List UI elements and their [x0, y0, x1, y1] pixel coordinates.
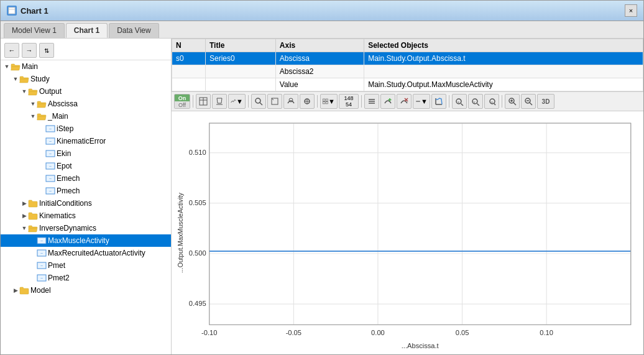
cell-axis-2: Value: [275, 78, 364, 91]
del-curve-button[interactable]: [397, 94, 412, 109]
svg-text:~: ~: [49, 189, 52, 193]
tree-item-kinematic-error[interactable]: ~KinematicError: [1, 135, 171, 147]
tree-label-pmet: Pmet: [48, 261, 65, 270]
tree-back-button[interactable]: ←: [4, 43, 19, 58]
lines-button[interactable]: [364, 94, 379, 109]
tree-icon-pmet: ~: [37, 260, 47, 270]
sep2: [248, 95, 249, 108]
table-row-1[interactable]: Abscissa2: [172, 65, 643, 78]
svg-text:y: y: [491, 100, 493, 104]
tab-chart1[interactable]: Chart 1: [66, 23, 108, 38]
tree-item-ekin[interactable]: ~Ekin: [1, 147, 171, 160]
title-bar: Chart 1 ×: [1, 1, 643, 21]
tree-toggle-initial-conditions[interactable]: ▶: [21, 200, 28, 207]
zoom-out-button[interactable]: [521, 94, 536, 109]
tree-item-output[interactable]: ▼Output: [1, 85, 171, 98]
tree-toggle-pmet2[interactable]: [29, 274, 37, 282]
x-tick-2: 0.00: [371, 330, 385, 337]
tree-item-max-recruited[interactable]: ~MaxRecruitedActuatorActivity: [1, 247, 171, 259]
tree-item-pmet2[interactable]: ~Pmet2: [1, 272, 171, 284]
tab-data-view[interactable]: Data View: [109, 23, 159, 38]
add-curve-button[interactable]: [380, 94, 395, 109]
chart-type-button[interactable]: ▼: [228, 94, 246, 109]
svg-point-32: [255, 98, 260, 103]
table-row-0[interactable]: s0Series0AbscissaMain.Study.Output.Absci…: [172, 52, 643, 65]
tree-toggle-kinematic-error[interactable]: [38, 137, 45, 145]
cup-button[interactable]: [212, 94, 227, 109]
tree-item-main[interactable]: ▼Main: [1, 60, 171, 73]
tree-toggle-output[interactable]: ▼: [21, 88, 28, 95]
svg-line-33: [260, 103, 262, 105]
tree-toggle-inverse-dynamics[interactable]: ▼: [21, 224, 28, 232]
tree-item-inverse-dynamics[interactable]: ▼InverseDynamics: [1, 222, 171, 234]
close-button[interactable]: ×: [625, 4, 637, 17]
tree-toggle-main2[interactable]: ▼: [29, 113, 37, 120]
tree-item-epot[interactable]: ~Epot: [1, 160, 171, 172]
tree-toggle-study[interactable]: ▼: [12, 75, 19, 83]
tree-item-main2[interactable]: ▼_Main: [1, 110, 171, 122]
svg-rect-69: [209, 123, 631, 325]
tree-icon-kinematics: [28, 211, 38, 221]
tree-toggle-max-muscle-activity[interactable]: [29, 237, 37, 244]
svg-line-67: [530, 103, 532, 105]
zoom-cursor-button[interactable]: [251, 94, 266, 109]
y-tick-2: 0.500: [189, 249, 206, 257]
tree-item-abscissa[interactable]: ▼Abscissa: [1, 98, 171, 110]
tree-sort-button[interactable]: ⇅: [39, 43, 54, 58]
tree-item-istep[interactable]: ~iStep: [1, 122, 171, 135]
svg-text:~: ~: [49, 177, 52, 181]
svg-line-60: [494, 104, 495, 106]
tree-item-max-muscle-activity[interactable]: ~MaxMuscleActivity: [1, 234, 171, 247]
tree-toggle-abscissa[interactable]: ▼: [29, 100, 37, 108]
chart-toolbar: On Off ▼: [172, 92, 643, 111]
tree-toggle-main[interactable]: ▼: [3, 63, 11, 70]
tree-panel: ← → ⇅ ▼Main▼Study▼Output▼Abscissa▼_Main~…: [1, 39, 172, 354]
tree-toggle-ekin[interactable]: [38, 150, 45, 157]
cell-n-2: [172, 78, 206, 91]
tree-item-kinematics[interactable]: ▶Kinematics: [1, 210, 171, 222]
tab-model-view[interactable]: Model View 1: [4, 23, 65, 38]
tree-forward-button[interactable]: →: [22, 43, 37, 58]
3d-button[interactable]: 3D: [537, 94, 554, 109]
tree-toggle-pmet[interactable]: [29, 262, 37, 269]
tree-item-emech[interactable]: ~Emech: [1, 172, 171, 185]
zoom-range-button[interactable]: [300, 94, 315, 109]
tree-label-epot: Epot: [57, 162, 72, 170]
tree-item-pmech[interactable]: ~Pmech: [1, 185, 171, 197]
col-objects: Selected Objects: [364, 39, 643, 52]
tree-toggle-epot[interactable]: [38, 162, 45, 170]
tree-item-study[interactable]: ▼Study: [1, 73, 171, 85]
tree-item-initial-conditions[interactable]: ▶InitialConditions: [1, 197, 171, 210]
main-window: Chart 1 × Model View 1 Chart 1 Data View…: [0, 0, 644, 355]
line-style-button[interactable]: ▼: [413, 94, 430, 109]
tree-item-pmet[interactable]: ~Pmet: [1, 259, 171, 272]
sep1: [193, 95, 193, 108]
svg-line-57: [477, 104, 480, 106]
svg-text:~: ~: [49, 164, 52, 168]
on-off-toggle[interactable]: On Off: [174, 94, 190, 109]
zoom-yl-button[interactable]: y: [468, 94, 483, 109]
count-button[interactable]: 14854: [339, 94, 359, 109]
zoom-in-button[interactable]: [505, 94, 520, 109]
x-tick-0: -0.10: [201, 330, 217, 337]
grid-button[interactable]: ▼: [320, 94, 338, 109]
tree-toggle-emech[interactable]: [38, 175, 45, 182]
zoom-x-button[interactable]: x: [452, 94, 467, 109]
svg-line-63: [513, 103, 516, 105]
svg-text:~: ~: [49, 127, 52, 131]
zoom-fit-button[interactable]: [267, 94, 282, 109]
tree-toggle-model[interactable]: ▶: [12, 287, 19, 294]
table-button[interactable]: [196, 94, 211, 109]
tree-toggle-kinematics[interactable]: ▶: [21, 212, 28, 219]
tree-toggle-pmech[interactable]: [38, 187, 45, 195]
zoom-yr-button[interactable]: y: [484, 94, 499, 109]
tree-toggle-max-recruited[interactable]: [29, 249, 37, 257]
axes-button[interactable]: [431, 94, 446, 109]
tree-toggle-istep[interactable]: [38, 125, 45, 132]
tree-icon-main2: [37, 111, 47, 121]
tree-label-inverse-dynamics: InverseDynamics: [39, 224, 96, 233]
zoom-curve-button[interactable]: [283, 94, 298, 109]
table-row-2[interactable]: ValueMain.Study.Output.MaxMuscleActivity: [172, 78, 643, 91]
tree-item-model[interactable]: ▶Model: [1, 284, 171, 297]
col-n: N: [172, 39, 206, 52]
